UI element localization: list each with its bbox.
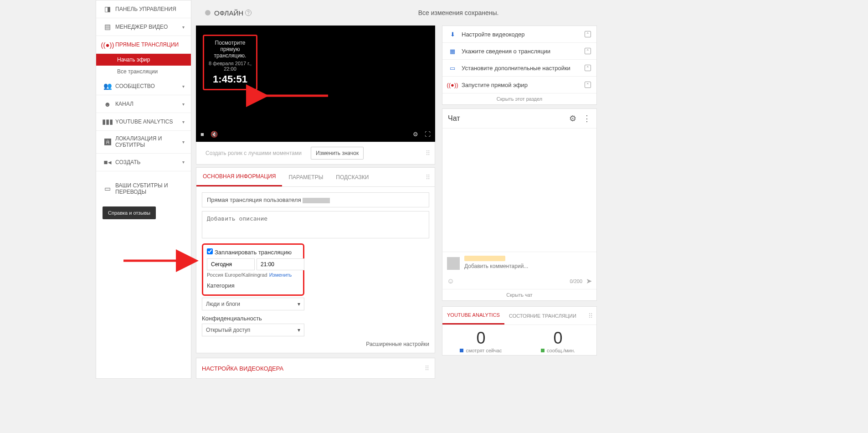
left-column: Посмотрите прямую трансляцию. 8 февраля … bbox=[196, 26, 435, 379]
video-manager-icon: ▤ bbox=[103, 23, 113, 31]
countdown-date: 8 февраля 2017 г., 22:00 bbox=[206, 61, 254, 72]
sidebar-item-label: ЛОКАЛИЗАЦИЯ И СУБТИТРЫ bbox=[115, 135, 182, 149]
chevron-down-icon: ▾ bbox=[298, 301, 300, 307]
category-select[interactable]: Люди и блоги ▾ bbox=[202, 298, 304, 310]
countdown-box: Посмотрите прямую трансляцию. 8 февраля … bbox=[203, 35, 257, 90]
tab-cards[interactable]: ПОДСКАЗКИ bbox=[329, 169, 375, 186]
sidebar-item-label: СООБЩЕСТВО bbox=[115, 83, 182, 89]
info-tabs: ОСНОВНАЯ ИНФОРМАЦИЯ ПАРАМЕТРЫ ПОДСКАЗКИ … bbox=[196, 168, 435, 187]
live-icon: ((●)) bbox=[103, 41, 113, 49]
settings-icon[interactable]: ⚙ bbox=[413, 131, 418, 138]
blurred-username bbox=[303, 198, 330, 203]
schedule-box: Запланировать трансляцию Россия Europe/K… bbox=[202, 243, 304, 296]
schedule-checkbox[interactable] bbox=[207, 248, 213, 254]
analytics-icon: ▮▮▮ bbox=[103, 118, 113, 126]
chevron-down-icon: ▾ bbox=[298, 327, 300, 333]
sidebar-item-video-manager[interactable]: ▤ МЕНЕДЖЕР ВИДЕО ▾ bbox=[96, 18, 191, 36]
blurred-username bbox=[464, 256, 505, 261]
sidebar-item-subtitles[interactable]: 🅰 ЛОКАЛИЗАЦИЯ И СУБТИТРЫ ▾ bbox=[96, 131, 191, 154]
countdown-text: Посмотрите прямую трансляцию. bbox=[206, 40, 254, 59]
sidebar-item-label: ПРЯМЫЕ ТРАНСЛЯЦИИ bbox=[115, 41, 185, 48]
sidebar-item-label: ВАШИ СУБТИТРЫ И ПЕРЕВОДЫ bbox=[115, 182, 185, 196]
status-dot-icon bbox=[205, 10, 211, 15]
hide-section-link[interactable]: Скрыть этот раздел bbox=[442, 93, 596, 104]
encoder-panel: НАСТРОЙКА ВИДЕОКОДЕРА ⠿ bbox=[196, 358, 435, 379]
category-label: Категория bbox=[207, 282, 299, 289]
chat-input[interactable] bbox=[464, 261, 592, 271]
drag-handle-icon[interactable]: ⠿ bbox=[588, 312, 593, 320]
form-area: Прямая трансляция пользователя Запланиро… bbox=[196, 187, 435, 353]
chevron-up-icon[interactable]: ⌃ bbox=[585, 82, 591, 88]
sidebar-sub-start-stream[interactable]: Начать эфир bbox=[96, 54, 191, 66]
change-timezone-link[interactable]: Изменить bbox=[269, 272, 292, 278]
stop-icon[interactable]: ■ bbox=[200, 131, 204, 138]
sidebar-item-community[interactable]: 👥 СООБЩЕСТВО ▾ bbox=[96, 77, 191, 95]
chat-title: Чат bbox=[448, 114, 569, 123]
checklist-row-encoder[interactable]: ⬇ Настройте видеокодер ⌃ bbox=[442, 26, 596, 43]
tab-parameters[interactable]: ПАРАМЕТРЫ bbox=[282, 169, 329, 186]
chevron-up-icon[interactable]: ⌃ bbox=[585, 48, 591, 54]
annotation-arrow-icon bbox=[121, 254, 199, 268]
chevron-up-icon[interactable]: ⌃ bbox=[585, 31, 591, 37]
countdown-timer: 1:45:51 bbox=[206, 73, 254, 85]
chevron-up-icon[interactable]: ⌃ bbox=[585, 65, 591, 71]
title-input[interactable]: Прямая трансляция пользователя bbox=[202, 192, 429, 207]
sidebar-item-live[interactable]: ((●)) ПРЯМЫЕ ТРАНСЛЯЦИИ bbox=[96, 36, 191, 54]
chat-input-area bbox=[442, 252, 596, 275]
change-thumbnail-button[interactable]: Изменить значок bbox=[311, 147, 364, 160]
help-icon[interactable]: ? bbox=[245, 10, 252, 16]
player[interactable]: Посмотрите прямую трансляцию. 8 февраля … bbox=[196, 26, 435, 142]
mute-icon[interactable]: 🔇 bbox=[211, 131, 218, 138]
timezone-text: Россия Europe/KaliningradИзменить bbox=[207, 272, 299, 278]
schedule-time-input[interactable] bbox=[257, 258, 304, 270]
highlight-button[interactable]: Создать ролик с лучшими моментами bbox=[201, 147, 306, 159]
info-icon: ▦ bbox=[448, 47, 457, 55]
status-text: ОФЛАЙН bbox=[214, 9, 243, 17]
description-input[interactable] bbox=[202, 211, 429, 238]
advanced-settings-link[interactable]: Расширенные настройки bbox=[202, 341, 429, 347]
dashboard-icon: ◨ bbox=[103, 5, 113, 13]
checklist-row-golive[interactable]: ((●)) Запустите прямой эфир ⌃ bbox=[442, 77, 596, 93]
emoji-icon[interactable]: ☺ bbox=[447, 277, 454, 285]
sidebar-item-label: КАНАЛ bbox=[115, 101, 182, 107]
tab-stream-status[interactable]: СОСТОЯНИЕ ТРАНСЛЯЦИИ bbox=[504, 308, 581, 324]
sidebar-item-dashboard[interactable]: ◨ ПАНЕЛЬ УПРАВЛЕНИЯ bbox=[96, 0, 191, 18]
fullscreen-icon[interactable]: ⛶ bbox=[425, 131, 431, 138]
schedule-checkbox-label[interactable]: Запланировать трансляцию bbox=[207, 249, 292, 256]
schedule-date-input[interactable] bbox=[207, 258, 255, 270]
sidebar-item-analytics[interactable]: ▮▮▮ YOUTUBE ANALYTICS ▾ bbox=[96, 113, 191, 131]
chevron-down-icon: ▾ bbox=[182, 102, 185, 107]
drag-handle-icon[interactable]: ⠿ bbox=[425, 365, 429, 372]
create-icon: ■◂ bbox=[103, 158, 113, 166]
under-player-bar: Создать ролик с лучшими моментами Измени… bbox=[196, 142, 435, 165]
download-icon: ⬇ bbox=[448, 31, 457, 38]
translate-icon: 🅰 bbox=[103, 138, 113, 146]
gear-icon[interactable]: ⚙ bbox=[569, 113, 576, 124]
sidebar-item-label: ПАНЕЛЬ УПРАВЛЕНИЯ bbox=[115, 6, 185, 12]
encoder-title: НАСТРОЙКА ВИДЕОКОДЕРА bbox=[202, 365, 425, 372]
chevron-down-icon: ▾ bbox=[182, 119, 185, 124]
checklist-row-settings[interactable]: ▭ Установите дополнительные настройки ⌃ bbox=[442, 60, 596, 77]
checklist-row-info[interactable]: ▦ Укажите сведения о трансляции ⌃ bbox=[442, 43, 596, 60]
sidebar-item-create[interactable]: ■◂ СОЗДАТЬ ▾ bbox=[96, 154, 191, 171]
main: ОФЛАЙН ? Все изменения сохранены. Посмот… bbox=[196, 0, 674, 379]
tab-basic-info[interactable]: ОСНОВНАЯ ИНФОРМАЦИЯ bbox=[196, 168, 282, 186]
feedback-button[interactable]: Справка и отзывы bbox=[103, 206, 156, 219]
sidebar: ◨ ПАНЕЛЬ УПРАВЛЕНИЯ ▤ МЕНЕДЖЕР ВИДЕО ▾ (… bbox=[96, 0, 191, 379]
send-icon[interactable]: ➤ bbox=[586, 277, 592, 285]
tab-youtube-analytics[interactable]: YOUTUBE ANALYTICS bbox=[442, 307, 504, 325]
sidebar-item-channel[interactable]: ☻ КАНАЛ ▾ bbox=[96, 95, 191, 113]
blue-dot-icon bbox=[460, 349, 463, 352]
more-icon[interactable]: ⋮ bbox=[583, 113, 591, 124]
hide-chat-link[interactable]: Скрыть чат bbox=[442, 289, 596, 300]
cc-icon: ▭ bbox=[103, 185, 113, 193]
drag-handle-icon[interactable]: ⠿ bbox=[426, 174, 430, 181]
chat-header: Чат ⚙ ⋮ bbox=[442, 109, 596, 129]
chat-messages[interactable] bbox=[442, 129, 596, 252]
checklist-panel: ⬇ Настройте видеокодер ⌃ ▦ Укажите сведе… bbox=[442, 26, 597, 105]
privacy-select[interactable]: Открытый доступ ▾ bbox=[202, 324, 304, 336]
drag-handle-icon[interactable]: ⠿ bbox=[426, 149, 430, 157]
sidebar-sub-all-streams[interactable]: Все трансляции bbox=[96, 66, 191, 77]
sidebar-item-your-subtitles[interactable]: ▭ ВАШИ СУБТИТРЫ И ПЕРЕВОДЫ bbox=[96, 178, 191, 200]
sidebar-item-label: СОЗДАТЬ bbox=[115, 159, 182, 165]
